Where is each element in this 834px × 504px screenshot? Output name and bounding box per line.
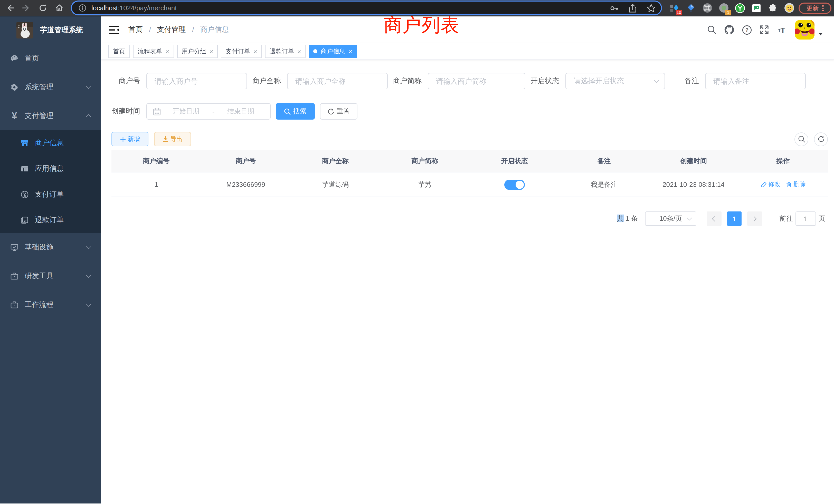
search-button[interactable]: 搜索: [276, 103, 315, 120]
yen-circle-icon: [21, 190, 29, 199]
password-key-icon[interactable]: [610, 3, 619, 13]
edit-link[interactable]: 修改: [761, 180, 781, 189]
close-icon[interactable]: ×: [253, 48, 257, 55]
tab-process-form[interactable]: 流程表单×: [133, 45, 174, 58]
tab-user-group[interactable]: 用户分组×: [177, 45, 218, 58]
full-name-input[interactable]: [287, 73, 388, 89]
refresh-button[interactable]: [814, 132, 828, 146]
toolbar: 新增 导出: [111, 132, 828, 146]
forward-icon[interactable]: [22, 3, 31, 13]
search-icon: [284, 108, 291, 115]
next-page-button[interactable]: [747, 211, 762, 226]
sidebar-item-merchant[interactable]: 商户信息: [0, 130, 101, 156]
plus-icon: [120, 136, 126, 142]
cell-actions: 修改 删除: [738, 180, 828, 189]
github-icon[interactable]: [721, 21, 738, 39]
briefcase-icon: [10, 301, 19, 309]
sidebar-item-system[interactable]: 系统管理: [0, 73, 101, 101]
browser-nav-buttons: [5, 0, 64, 16]
sidebar-item-workflow[interactable]: 工作流程: [0, 291, 101, 319]
sidebar-item-order[interactable]: 支付订单: [0, 182, 101, 207]
home-icon[interactable]: [54, 3, 64, 13]
navbar-actions: ? тT: [703, 20, 823, 40]
extension-tasks-icon[interactable]: 10: [669, 3, 679, 13]
site-info-icon[interactable]: [79, 4, 86, 12]
th-status: 开启状态: [470, 156, 559, 165]
sidebar-toggle-icon[interactable]: [109, 25, 119, 34]
table-header: 商户编号 商户号 商户全称 商户简称 开启状态 备注 创建时间 操作: [111, 150, 828, 173]
tab-pay-order[interactable]: 支付订单×: [221, 45, 262, 58]
sidebar-item-home[interactable]: 首页: [0, 44, 101, 73]
tab-merchant-info[interactable]: 商户信息×: [309, 45, 357, 58]
extension-y-icon[interactable]: [735, 3, 745, 13]
filter-short-name: 商户简称: [393, 73, 525, 89]
extension-kite-icon[interactable]: [686, 3, 696, 13]
close-icon[interactable]: ×: [166, 48, 169, 55]
shop-icon: [21, 139, 29, 147]
tab-refund-order[interactable]: 退款订单×: [265, 45, 306, 58]
th-actions: 操作: [738, 156, 828, 165]
share-icon[interactable]: [629, 3, 637, 13]
url-bar[interactable]: localhost:1024/pay/merchant: [72, 2, 661, 14]
close-icon[interactable]: ×: [209, 48, 213, 55]
url-text[interactable]: localhost:1024/pay/merchant: [91, 4, 177, 12]
sidebar-submenu-pay: 商户信息 应用信息 支付订单: [0, 130, 101, 233]
header-search-icon[interactable]: [703, 21, 721, 39]
page-1-button[interactable]: 1: [727, 211, 742, 226]
extension-emoji-icon[interactable]: [784, 3, 794, 13]
help-icon[interactable]: ?: [738, 21, 755, 39]
close-icon[interactable]: ×: [297, 48, 301, 55]
bookmark-star-icon[interactable]: [646, 3, 656, 13]
extension-badge: 10: [676, 9, 682, 15]
sidebar-logo[interactable]: 芋道管理系统: [0, 17, 101, 44]
avatar-caret-icon[interactable]: [818, 32, 823, 35]
browser-update-button[interactable]: 更新: [798, 3, 831, 14]
toggle-search-button[interactable]: [794, 132, 808, 146]
delete-link[interactable]: 删除: [786, 180, 806, 189]
extension-chat-icon[interactable]: [751, 3, 762, 13]
sidebar-item-refund[interactable]: 退款订单: [0, 207, 101, 233]
search-icon: [798, 136, 805, 143]
add-button[interactable]: 新增: [111, 132, 148, 146]
filter-row-2: 创建时间 开始日期 - 结束日期 搜索 重置: [111, 103, 828, 120]
sidebar-item-pay[interactable]: ¥ 支付管理: [0, 101, 101, 130]
short-name-input[interactable]: [428, 73, 525, 89]
extension-command-icon[interactable]: [702, 3, 712, 13]
status-select[interactable]: 请选择开启状态: [565, 73, 665, 89]
goto-page-input[interactable]: 1: [795, 211, 816, 226]
th-create-time: 创建时间: [649, 156, 739, 165]
sidebar-item-infra[interactable]: 基础设施: [0, 233, 101, 262]
breadcrumb-pay[interactable]: 支付管理: [157, 25, 186, 35]
export-button[interactable]: 导出: [154, 132, 191, 146]
cell-merchant-no: M233666999: [201, 181, 291, 188]
font-size-icon[interactable]: тT: [773, 21, 790, 39]
breadcrumb-home[interactable]: 首页: [128, 25, 143, 35]
status-toggle[interactable]: [504, 179, 525, 190]
extension-green-dot-icon[interactable]: 1: [719, 3, 729, 13]
yen-icon: ¥: [10, 112, 19, 120]
sidebar-item-app[interactable]: 应用信息: [0, 156, 101, 182]
date-end-input[interactable]: 结束日期: [215, 107, 266, 116]
browser-extensions: 10 1: [669, 0, 794, 16]
prev-page-button[interactable]: [707, 211, 722, 226]
user-avatar[interactable]: [795, 20, 814, 40]
trash-icon: [786, 181, 792, 188]
close-icon[interactable]: ×: [348, 48, 352, 55]
browser-menu-icon[interactable]: [822, 5, 824, 11]
extension-puzzle-icon[interactable]: [768, 3, 778, 13]
filter-label: 商户全称: [252, 76, 287, 86]
sidebar-item-dev[interactable]: 研发工具: [0, 262, 101, 291]
tab-home[interactable]: 首页: [108, 45, 130, 58]
date-start-input[interactable]: 开始日期: [161, 107, 211, 116]
merchant-no-input[interactable]: [146, 73, 247, 89]
sidebar-item-label: 退款订单: [35, 215, 64, 225]
filter-row-1: 商户号 商户全称 商户简称 开启状态 请选择开启状态: [111, 73, 828, 89]
reset-button[interactable]: 重置: [320, 103, 357, 120]
date-range-picker[interactable]: 开始日期 - 结束日期: [146, 103, 271, 120]
page-size-select[interactable]: 10条/页: [645, 211, 696, 226]
reload-icon[interactable]: [38, 3, 47, 13]
remark-input[interactable]: [705, 73, 806, 89]
cell-short-name: 芋艿: [380, 180, 470, 189]
back-icon[interactable]: [5, 3, 14, 13]
fullscreen-icon[interactable]: [755, 21, 773, 39]
